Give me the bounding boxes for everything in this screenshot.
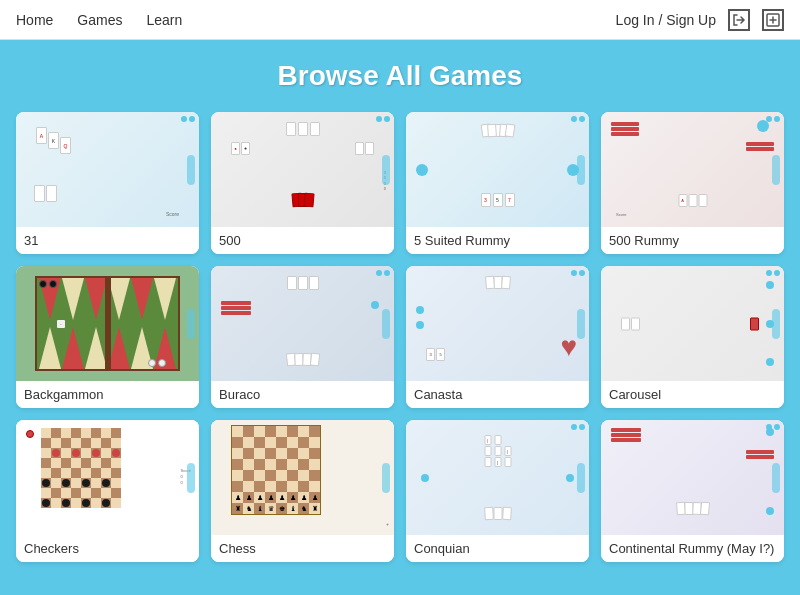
game-label-checkers: Checkers [16, 535, 199, 562]
games-grid: A K Q Score 31 [16, 112, 784, 562]
game-label-continental: Continental Rummy (May I?) [601, 535, 784, 562]
game-label-31: 31 [16, 227, 199, 254]
nav-learn[interactable]: Learn [146, 12, 182, 28]
exit-icon[interactable] [728, 9, 750, 31]
nav-games[interactable]: Games [77, 12, 122, 28]
game-thumbnail-31: A K Q Score [16, 112, 199, 227]
game-label-carousel: Carousel [601, 381, 784, 408]
game-thumbnail-chess: ♟♟♟♟♟♟♟♟ ♜♞♝♛♚♝♞♜ + [211, 420, 394, 535]
game-card-conquian[interactable]: | | | [406, 420, 589, 562]
game-card-backgammon[interactable]: · Backgammon [16, 266, 199, 408]
add-icon[interactable] [762, 9, 784, 31]
game-label-buraco: Buraco [211, 381, 394, 408]
game-label-500: 500 [211, 227, 394, 254]
main-content: Browse All Games A K Q Score 31 [0, 40, 800, 582]
game-label-canasta: Canasta [406, 381, 589, 408]
game-card-31[interactable]: A K Q Score 31 [16, 112, 199, 254]
page-title: Browse All Games [16, 60, 784, 92]
header: Home Games Learn Log In / Sign Up [0, 0, 800, 40]
game-thumbnail-continental [601, 420, 784, 535]
game-card-5suited[interactable]: 3 5 7 5 Suited Rummy [406, 112, 589, 254]
game-label-chess: Chess [211, 535, 394, 562]
game-thumbnail-conquian: | | | [406, 420, 589, 535]
login-link[interactable]: Log In / Sign Up [616, 12, 716, 28]
game-label-backgammon: Backgammon [16, 381, 199, 408]
game-thumbnail-canasta: ♥ 3 5 [406, 266, 589, 381]
game-label-500rummy: 500 Rummy [601, 227, 784, 254]
game-label-5suited: 5 Suited Rummy [406, 227, 589, 254]
game-card-checkers[interactable]: Score00 Checkers [16, 420, 199, 562]
main-nav: Home Games Learn [16, 12, 616, 28]
game-thumbnail-buraco [211, 266, 394, 381]
game-card-carousel[interactable]: Carousel [601, 266, 784, 408]
game-thumbnail-backgammon: · [16, 266, 199, 381]
game-thumbnail-500rummy: A Score [601, 112, 784, 227]
game-thumbnail-checkers: Score00 [16, 420, 199, 535]
game-card-500[interactable]: ♠ ♣ 0000 500 [211, 112, 394, 254]
game-thumbnail-carousel [601, 266, 784, 381]
game-card-buraco[interactable]: Buraco [211, 266, 394, 408]
header-right: Log In / Sign Up [616, 9, 784, 31]
game-thumbnail-5suited: 3 5 7 [406, 112, 589, 227]
nav-home[interactable]: Home [16, 12, 53, 28]
game-thumbnail-500: ♠ ♣ 0000 [211, 112, 394, 227]
game-card-continental[interactable]: Continental Rummy (May I?) [601, 420, 784, 562]
game-label-conquian: Conquian [406, 535, 589, 562]
game-card-500rummy[interactable]: A Score 500 Rummy [601, 112, 784, 254]
game-card-canasta[interactable]: ♥ 3 5 Canasta [406, 266, 589, 408]
game-card-chess[interactable]: ♟♟♟♟♟♟♟♟ ♜♞♝♛♚♝♞♜ + Chess [211, 420, 394, 562]
